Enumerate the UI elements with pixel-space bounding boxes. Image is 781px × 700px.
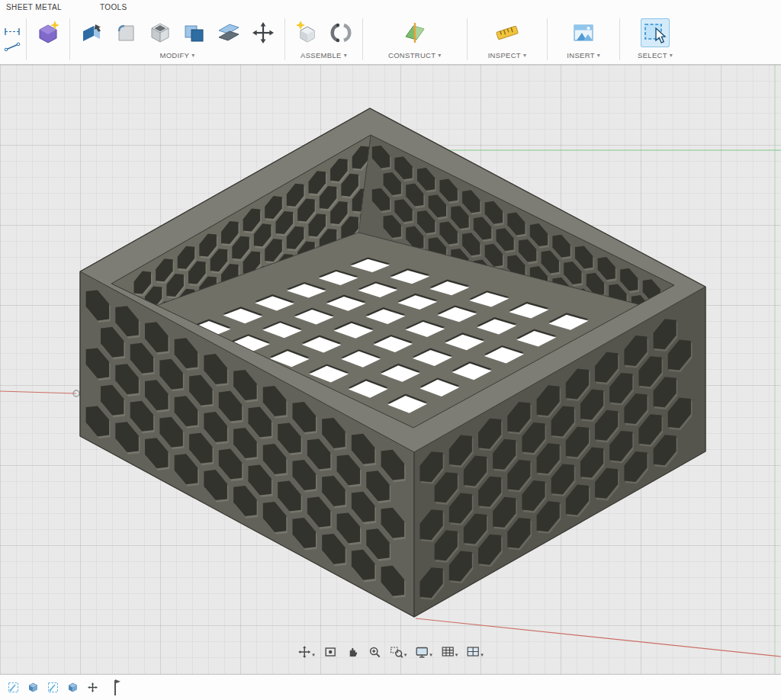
new-component-button[interactable] <box>292 18 321 47</box>
tab-tools[interactable]: TOOLS <box>100 3 127 11</box>
select-cursor-icon <box>642 20 668 46</box>
dimension-icon <box>4 27 21 37</box>
combine-button[interactable] <box>180 18 209 47</box>
fillet-button[interactable] <box>111 18 140 47</box>
model-3d[interactable] <box>0 65 781 674</box>
offset-icon <box>216 20 242 46</box>
ribbon-group-quick <box>1 14 24 64</box>
grid-snaps-button[interactable] <box>439 644 460 660</box>
press-pull-icon <box>79 20 104 46</box>
extrude-feature-icon <box>67 682 79 693</box>
ribbon: MODIFY <box>0 14 781 64</box>
extrude-feature-icon <box>27 682 39 693</box>
ribbon-divider <box>284 18 285 60</box>
ribbon-tabs: SHEET METAL TOOLS <box>0 0 781 14</box>
orbit-icon <box>297 645 311 659</box>
display-settings-icon <box>415 645 429 659</box>
look-at-button[interactable] <box>322 644 339 660</box>
playhead-marker-icon <box>111 678 122 698</box>
sketch-feature-icon <box>8 682 19 693</box>
pan-button[interactable] <box>344 644 361 660</box>
ribbon-group-select: SELECT <box>622 14 688 64</box>
fillet-icon <box>113 20 139 46</box>
dropdown-caret-icon <box>312 647 315 659</box>
ribbon-group-create <box>29 14 67 64</box>
tab-sheet-metal[interactable]: SHEET METAL <box>6 3 62 11</box>
select-menu[interactable]: SELECT <box>638 50 673 61</box>
move-feature-icon <box>87 682 98 693</box>
look-at-icon <box>323 645 337 659</box>
combine-icon <box>182 20 207 46</box>
sketch-tool-button[interactable] <box>2 41 22 53</box>
sketch-line-icon <box>4 42 21 52</box>
ribbon-group-modify: MODIFY <box>72 14 282 64</box>
ribbon-divider <box>26 18 27 60</box>
ribbon-divider <box>69 18 70 60</box>
view-navigation-bar <box>296 644 485 660</box>
flange-button[interactable] <box>34 18 63 47</box>
window-zoom-icon <box>390 645 403 659</box>
ribbon-group-construct: CONSTRUCT <box>365 14 464 64</box>
ribbon-group-inspect: INSPECT <box>470 14 545 64</box>
shell-button[interactable] <box>146 18 175 47</box>
insert-menu[interactable]: INSERT <box>567 50 600 61</box>
ribbon-divider <box>547 18 548 60</box>
dimension-tool-button[interactable] <box>2 26 22 38</box>
ribbon-divider <box>467 18 468 60</box>
move-icon <box>250 20 276 46</box>
sketch-feature-icon <box>47 682 59 693</box>
inspect-menu[interactable]: INSPECT <box>488 50 527 61</box>
fusion-app: SHEET METAL TOOLS <box>0 0 781 700</box>
new-component-icon <box>294 20 320 46</box>
timeline-extrude2-feature[interactable] <box>64 679 81 696</box>
timeline-sketch1-feature[interactable] <box>5 679 21 696</box>
dropdown-caret-icon <box>455 647 458 659</box>
offset-button[interactable] <box>214 18 243 47</box>
insert-button[interactable] <box>569 18 598 47</box>
construct-menu[interactable]: CONSTRUCT <box>388 50 442 61</box>
construction-plane-button[interactable] <box>400 18 429 47</box>
zoom-icon <box>368 645 381 659</box>
pan-icon <box>346 645 359 659</box>
timeline-playhead[interactable] <box>111 678 122 698</box>
joint-button[interactable] <box>326 18 355 47</box>
dropdown-caret-icon <box>404 647 407 659</box>
zoom-button[interactable] <box>366 644 383 660</box>
dropdown-caret-icon <box>429 647 432 659</box>
press-pull-button[interactable] <box>77 18 106 47</box>
move-button[interactable] <box>249 18 278 47</box>
orbit-button[interactable] <box>296 644 317 660</box>
top-toolbar: SHEET METAL TOOLS <box>0 0 781 65</box>
timeline-bar <box>0 674 781 700</box>
construction-plane-icon <box>402 20 428 46</box>
modify-menu[interactable]: MODIFY <box>159 50 194 61</box>
viewport[interactable] <box>0 65 781 674</box>
timeline-extrude1-feature[interactable] <box>24 679 41 696</box>
insert-image-icon <box>570 20 596 46</box>
ribbon-group-assemble: ASSEMBLE <box>288 14 360 64</box>
select-button[interactable] <box>641 18 670 47</box>
timeline-sketch2-feature[interactable] <box>44 679 61 696</box>
window-zoom-button[interactable] <box>388 644 409 660</box>
measure-button[interactable] <box>493 18 522 47</box>
viewports-button[interactable] <box>464 644 485 660</box>
grid-snaps-icon <box>441 645 455 659</box>
timeline-move-feature[interactable] <box>84 679 101 696</box>
assemble-menu[interactable]: ASSEMBLE <box>301 50 347 61</box>
measure-icon <box>494 20 520 46</box>
dropdown-caret-icon <box>480 647 484 659</box>
ribbon-group-insert: INSERT <box>550 14 617 64</box>
display-settings-button[interactable] <box>413 644 434 660</box>
flange-icon <box>35 20 61 46</box>
viewports-icon <box>466 645 480 659</box>
shell-icon <box>147 20 173 46</box>
ribbon-divider <box>362 18 363 60</box>
ribbon-divider <box>619 18 620 60</box>
joint-icon <box>328 20 354 46</box>
